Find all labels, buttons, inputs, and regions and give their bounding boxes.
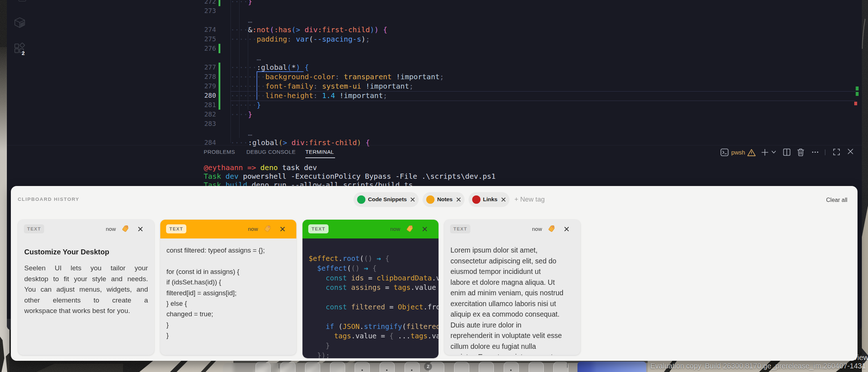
tag-chip-links[interactable]: Links bbox=[469, 192, 509, 207]
taskbar-app-slot[interactable] bbox=[255, 362, 271, 372]
code-fold-line[interactable]: … bbox=[7, 128, 856, 138]
card-paragraph: SeelenUIletsyoutailoryourdesktoptofityou… bbox=[24, 263, 148, 316]
card-heading: Customize Your Desktop bbox=[24, 247, 148, 257]
tag-icon[interactable] bbox=[264, 225, 271, 232]
taskbar-app-slot[interactable] bbox=[479, 362, 494, 372]
terminal-line: @eythaann => deno task dev bbox=[204, 163, 317, 172]
code-line-274[interactable]: 274····&:not(:has(> div:first-child)) { bbox=[7, 25, 856, 34]
clipboard-card-3[interactable]: TEXTnow$effect.root(() ⇒ { $effect(() ⇒ … bbox=[302, 220, 439, 358]
terminal-shell-label[interactable]: pwsh bbox=[731, 149, 745, 156]
tag-color-dot bbox=[426, 195, 435, 204]
close-card-icon[interactable] bbox=[138, 227, 143, 232]
code-line-283[interactable]: 283 bbox=[7, 119, 856, 128]
overview-ruler-mark-red bbox=[854, 102, 857, 105]
git-change-bar bbox=[219, 44, 220, 53]
code-text: ····} bbox=[230, 110, 252, 119]
line-number: 275 bbox=[195, 34, 216, 44]
card-header: TEXTnow bbox=[18, 220, 154, 238]
tag-filter-chips: Code SnippetsNotesLinks+ New tag bbox=[353, 192, 545, 207]
panel-title: CLIPBOARD HISTORY bbox=[18, 196, 79, 202]
card-type-badge: TEXT bbox=[24, 224, 44, 233]
code-text: … bbox=[230, 128, 252, 138]
code-fold-line[interactable]: … bbox=[7, 53, 856, 63]
close-card-icon[interactable] bbox=[280, 227, 285, 232]
taskbar-app-slot[interactable] bbox=[280, 362, 296, 372]
kill-terminal-button[interactable] bbox=[797, 148, 804, 156]
running-app-dot bbox=[510, 369, 512, 371]
taskbar-app-slot[interactable] bbox=[305, 362, 320, 372]
chevron-down-icon[interactable] bbox=[771, 151, 776, 154]
card-header: TEXTnow bbox=[302, 220, 439, 238]
code-line-275[interactable]: 275······padding: var(--spacing-s); bbox=[7, 34, 856, 44]
code-line-276[interactable]: 276 bbox=[7, 44, 856, 53]
card-type-badge: TEXT bbox=[450, 224, 470, 233]
tag-chip-code-snippets[interactable]: Code Snippets bbox=[353, 192, 419, 207]
tab-problems[interactable]: PROBLEMS bbox=[204, 149, 235, 155]
card-timestamp: now bbox=[390, 226, 400, 232]
clipboard-history-panel: CLIPBOARD HISTORY Code SnippetsNotesLink… bbox=[11, 186, 858, 361]
card-code-dark: $effect.root(() ⇒ { $effect(() ⇒ { const… bbox=[302, 238, 439, 358]
panel-divider bbox=[7, 145, 862, 145]
tag-label: Links bbox=[483, 196, 497, 203]
line-number: 278 bbox=[195, 72, 216, 81]
code-text: … bbox=[230, 16, 252, 25]
indent-guide bbox=[239, 0, 240, 138]
close-card-icon[interactable] bbox=[564, 227, 569, 232]
split-terminal-button[interactable] bbox=[783, 148, 791, 156]
tag-chip-notes[interactable]: Notes bbox=[423, 192, 465, 207]
card-header: TEXTnow bbox=[444, 220, 580, 238]
line-number: 284 bbox=[195, 138, 216, 147]
terminal-shell-icon bbox=[720, 148, 729, 156]
taskbar-app-slot[interactable] bbox=[553, 362, 568, 372]
close-panel-button[interactable] bbox=[847, 148, 854, 155]
code-text: ········background-color: transparent !i… bbox=[230, 72, 444, 81]
maximize-panel-button[interactable] bbox=[833, 148, 840, 156]
code-line-282[interactable]: 282····} bbox=[7, 110, 856, 119]
code-fold-line[interactable]: … bbox=[7, 16, 856, 25]
line-number: 282 bbox=[195, 110, 216, 119]
code-line-272[interactable]: 272····} bbox=[7, 0, 856, 6]
clipboard-card-2[interactable]: TEXTnowconst filtered: typeof assigns = … bbox=[160, 220, 296, 355]
overview-ruler-mark-green bbox=[856, 92, 859, 96]
code-line-284[interactable]: 284····:global(> div:first-child) { bbox=[7, 138, 856, 147]
tab-debug-console[interactable]: DEBUG CONSOLE bbox=[246, 149, 296, 155]
new-tag-button[interactable]: + New tag bbox=[515, 195, 545, 203]
clipboard-card-1[interactable]: TEXTnowCustomize Your DesktopSeelenUIlet… bbox=[18, 220, 154, 355]
card-paragraph: Lorem ipsum dolor sit amet,consectetur a… bbox=[450, 245, 574, 355]
code-line-273[interactable]: 273 bbox=[7, 6, 856, 16]
running-app-dot bbox=[411, 369, 412, 371]
tag-icon[interactable] bbox=[548, 225, 555, 232]
taskbar-app-slot[interactable] bbox=[529, 362, 544, 372]
git-change-bar bbox=[219, 81, 220, 91]
clear-all-button[interactable]: Clear all bbox=[826, 197, 847, 203]
active-indent-guide bbox=[257, 71, 304, 72]
code-line-278[interactable]: 278········background-color: transparent… bbox=[7, 72, 856, 81]
git-change-bar bbox=[219, 72, 220, 81]
active-tab-underline bbox=[305, 157, 335, 158]
clipboard-card-4[interactable]: TEXTnowLorem ipsum dolor sit amet,consec… bbox=[444, 220, 580, 355]
git-change-bar bbox=[219, 63, 220, 72]
tag-icon[interactable] bbox=[406, 225, 413, 232]
code-line-281[interactable]: 281······} bbox=[7, 100, 856, 110]
line-number: 274 bbox=[195, 25, 216, 34]
remove-tag-icon[interactable] bbox=[456, 197, 461, 202]
taskbar-separator bbox=[279, 363, 279, 368]
code-text: ····} bbox=[230, 0, 252, 6]
tab-terminal[interactable]: TERMINAL bbox=[305, 149, 334, 155]
close-card-icon[interactable] bbox=[422, 227, 427, 232]
code-line-277[interactable]: 277······:global(*) { bbox=[7, 63, 856, 72]
code-text: ······:global(*) { bbox=[230, 63, 309, 72]
taskbar-app-slot[interactable] bbox=[330, 362, 345, 372]
taskbar-app-slot[interactable] bbox=[454, 362, 469, 372]
card-timestamp: now bbox=[532, 226, 542, 232]
tag-icon[interactable] bbox=[122, 225, 129, 232]
terminal-line: Task dev powershell -ExecutionPolicy Byp… bbox=[204, 172, 496, 181]
remove-tag-icon[interactable] bbox=[501, 197, 506, 202]
code-text: ······} bbox=[230, 100, 261, 110]
tag-label: Notes bbox=[437, 196, 453, 203]
remove-tag-icon[interactable] bbox=[410, 197, 415, 202]
taskbar-active-app[interactable] bbox=[577, 362, 646, 372]
code-line-279[interactable]: 279········font-family: system-ui !impor… bbox=[7, 81, 856, 91]
new-terminal-button[interactable] bbox=[761, 148, 769, 156]
more-actions-button[interactable] bbox=[812, 151, 818, 153]
